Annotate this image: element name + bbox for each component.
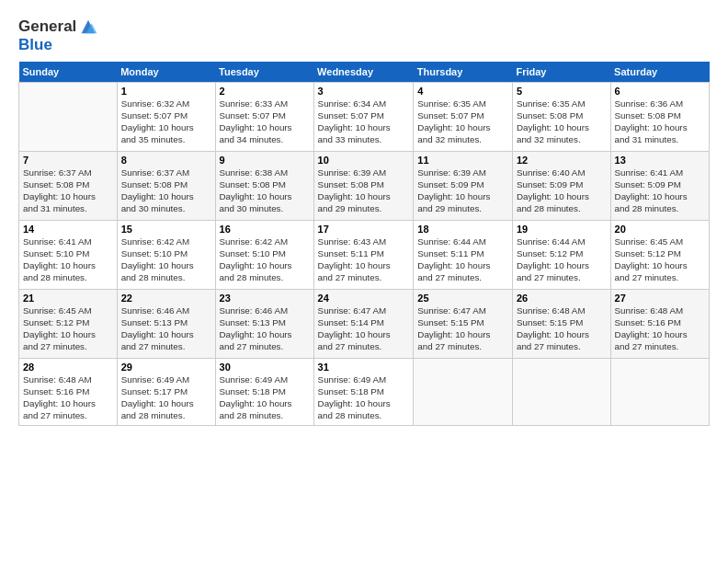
calendar-cell: 3Sunrise: 6:34 AMSunset: 5:07 PMDaylight…: [313, 82, 414, 151]
day-info: Sunrise: 6:43 AMSunset: 5:11 PMDaylight:…: [318, 236, 410, 284]
day-info: Sunrise: 6:47 AMSunset: 5:14 PMDaylight:…: [318, 304, 410, 353]
calendar-cell: 25Sunrise: 6:47 AMSunset: 5:15 PMDayligh…: [414, 289, 513, 358]
day-number: 22: [121, 293, 211, 304]
calendar-cell: 7Sunrise: 6:37 AMSunset: 5:08 PMDaylight…: [19, 151, 118, 220]
calendar-cell: 2Sunrise: 6:33 AMSunset: 5:07 PMDaylight…: [215, 82, 313, 151]
day-info: Sunrise: 6:44 AMSunset: 5:12 PMDaylight:…: [517, 236, 607, 284]
logo: General Blue: [18, 17, 98, 54]
day-number: 23: [220, 293, 310, 304]
calendar-cell: 22Sunrise: 6:46 AMSunset: 5:13 PMDayligh…: [117, 289, 215, 358]
week-row: 1Sunrise: 6:32 AMSunset: 5:07 PMDaylight…: [19, 82, 710, 151]
day-info: Sunrise: 6:45 AMSunset: 5:12 PMDaylight:…: [615, 236, 705, 284]
day-number: 24: [318, 293, 410, 304]
day-info: Sunrise: 6:45 AMSunset: 5:12 PMDaylight:…: [23, 304, 113, 353]
calendar-cell: 14Sunrise: 6:41 AMSunset: 5:10 PMDayligh…: [19, 220, 118, 289]
calendar-cell: 18Sunrise: 6:44 AMSunset: 5:11 PMDayligh…: [414, 220, 513, 289]
day-info: Sunrise: 6:36 AMSunset: 5:08 PMDaylight:…: [615, 98, 705, 146]
day-number: 15: [121, 224, 211, 235]
week-row: 14Sunrise: 6:41 AMSunset: 5:10 PMDayligh…: [19, 220, 710, 289]
calendar-cell: 6Sunrise: 6:36 AMSunset: 5:08 PMDaylight…: [610, 82, 709, 151]
week-row: 7Sunrise: 6:37 AMSunset: 5:08 PMDaylight…: [19, 151, 710, 220]
day-number: 18: [417, 224, 508, 235]
day-info: Sunrise: 6:42 AMSunset: 5:10 PMDaylight:…: [220, 236, 310, 284]
day-number: 8: [121, 155, 211, 166]
calendar-cell: 9Sunrise: 6:38 AMSunset: 5:08 PMDaylight…: [215, 151, 313, 220]
day-info: Sunrise: 6:35 AMSunset: 5:08 PMDaylight:…: [517, 98, 607, 146]
day-info: Sunrise: 6:48 AMSunset: 5:15 PMDaylight:…: [517, 304, 607, 353]
week-row: 21Sunrise: 6:45 AMSunset: 5:12 PMDayligh…: [19, 289, 710, 358]
calendar-cell: 5Sunrise: 6:35 AMSunset: 5:08 PMDaylight…: [512, 82, 610, 151]
day-info: Sunrise: 6:38 AMSunset: 5:08 PMDaylight:…: [220, 167, 310, 215]
logo-blue: Blue: [18, 36, 52, 53]
day-info: Sunrise: 6:49 AMSunset: 5:17 PMDaylight:…: [121, 373, 211, 422]
day-number: 26: [517, 293, 607, 304]
day-number: 5: [517, 86, 607, 97]
weekday-header-friday: Friday: [512, 62, 610, 83]
weekday-header-thursday: Thursday: [414, 62, 513, 83]
calendar-cell: 1Sunrise: 6:32 AMSunset: 5:07 PMDaylight…: [117, 82, 215, 151]
day-info: Sunrise: 6:39 AMSunset: 5:09 PMDaylight:…: [417, 167, 508, 215]
day-info: Sunrise: 6:33 AMSunset: 5:07 PMDaylight:…: [220, 98, 310, 146]
weekday-header-wednesday: Wednesday: [313, 62, 414, 83]
calendar-cell: [19, 82, 118, 151]
day-number: 14: [23, 224, 113, 235]
calendar-cell: 21Sunrise: 6:45 AMSunset: 5:12 PMDayligh…: [19, 289, 118, 358]
calendar: SundayMondayTuesdayWednesdayThursdayFrid…: [18, 62, 710, 426]
day-info: Sunrise: 6:41 AMSunset: 5:09 PMDaylight:…: [615, 167, 705, 215]
day-number: 4: [417, 86, 508, 97]
logo-icon: [78, 17, 98, 37]
day-number: 28: [23, 362, 113, 373]
day-number: 29: [121, 362, 211, 373]
calendar-cell: 11Sunrise: 6:39 AMSunset: 5:09 PMDayligh…: [414, 151, 513, 220]
day-number: 6: [615, 86, 705, 97]
calendar-cell: [414, 358, 513, 425]
weekday-header-sunday: Sunday: [19, 62, 118, 83]
day-number: 20: [615, 224, 705, 235]
calendar-cell: [512, 358, 610, 425]
calendar-cell: 31Sunrise: 6:49 AMSunset: 5:18 PMDayligh…: [313, 358, 414, 425]
day-number: 7: [23, 155, 113, 166]
day-info: Sunrise: 6:44 AMSunset: 5:11 PMDaylight:…: [417, 236, 508, 284]
day-number: 2: [220, 86, 310, 97]
day-info: Sunrise: 6:42 AMSunset: 5:10 PMDaylight:…: [121, 236, 211, 284]
day-number: 3: [318, 86, 410, 97]
logo-general: General: [18, 18, 76, 36]
day-info: Sunrise: 6:49 AMSunset: 5:18 PMDaylight:…: [318, 373, 410, 422]
day-info: Sunrise: 6:48 AMSunset: 5:16 PMDaylight:…: [615, 304, 705, 353]
day-info: Sunrise: 6:37 AMSunset: 5:08 PMDaylight:…: [23, 167, 113, 215]
day-number: 11: [417, 155, 508, 166]
calendar-cell: 23Sunrise: 6:46 AMSunset: 5:13 PMDayligh…: [215, 289, 313, 358]
day-info: Sunrise: 6:48 AMSunset: 5:16 PMDaylight:…: [23, 373, 113, 422]
calendar-cell: 17Sunrise: 6:43 AMSunset: 5:11 PMDayligh…: [313, 220, 414, 289]
calendar-cell: 19Sunrise: 6:44 AMSunset: 5:12 PMDayligh…: [512, 220, 610, 289]
day-number: 19: [517, 224, 607, 235]
calendar-cell: 8Sunrise: 6:37 AMSunset: 5:08 PMDaylight…: [117, 151, 215, 220]
day-number: 9: [220, 155, 310, 166]
day-info: Sunrise: 6:35 AMSunset: 5:07 PMDaylight:…: [417, 98, 508, 146]
day-info: Sunrise: 6:46 AMSunset: 5:13 PMDaylight:…: [121, 304, 211, 353]
calendar-cell: 15Sunrise: 6:42 AMSunset: 5:10 PMDayligh…: [117, 220, 215, 289]
day-info: Sunrise: 6:37 AMSunset: 5:08 PMDaylight:…: [121, 167, 211, 215]
day-number: 13: [615, 155, 705, 166]
day-info: Sunrise: 6:32 AMSunset: 5:07 PMDaylight:…: [121, 98, 211, 146]
page: General Blue SundayMondayTuesdayWednesda…: [0, 0, 728, 563]
calendar-cell: 10Sunrise: 6:39 AMSunset: 5:08 PMDayligh…: [313, 151, 414, 220]
weekday-header-tuesday: Tuesday: [215, 62, 313, 83]
day-info: Sunrise: 6:39 AMSunset: 5:08 PMDaylight:…: [318, 167, 410, 215]
weekday-header-monday: Monday: [117, 62, 215, 83]
calendar-cell: 29Sunrise: 6:49 AMSunset: 5:17 PMDayligh…: [117, 358, 215, 425]
day-info: Sunrise: 6:41 AMSunset: 5:10 PMDaylight:…: [23, 236, 113, 284]
calendar-cell: 26Sunrise: 6:48 AMSunset: 5:15 PMDayligh…: [512, 289, 610, 358]
day-number: 16: [220, 224, 310, 235]
calendar-cell: 12Sunrise: 6:40 AMSunset: 5:09 PMDayligh…: [512, 151, 610, 220]
calendar-cell: 16Sunrise: 6:42 AMSunset: 5:10 PMDayligh…: [215, 220, 313, 289]
calendar-cell: 24Sunrise: 6:47 AMSunset: 5:14 PMDayligh…: [313, 289, 414, 358]
day-number: 10: [318, 155, 410, 166]
day-number: 12: [517, 155, 607, 166]
day-number: 30: [220, 362, 310, 373]
day-info: Sunrise: 6:46 AMSunset: 5:13 PMDaylight:…: [220, 304, 310, 353]
day-number: 1: [121, 86, 211, 97]
weekday-header-saturday: Saturday: [610, 62, 709, 83]
calendar-cell: 4Sunrise: 6:35 AMSunset: 5:07 PMDaylight…: [414, 82, 513, 151]
calendar-cell: 30Sunrise: 6:49 AMSunset: 5:18 PMDayligh…: [215, 358, 313, 425]
